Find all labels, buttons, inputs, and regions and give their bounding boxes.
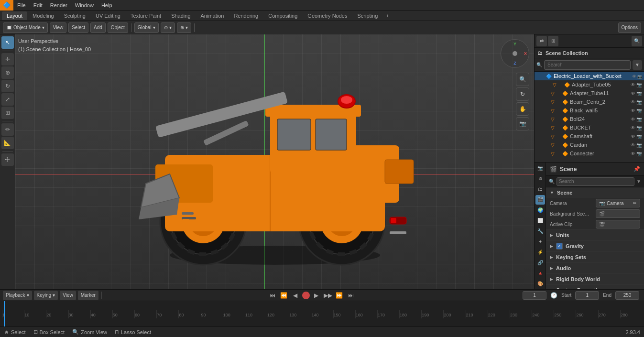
bucket-cam-icon[interactable]: 📷	[636, 125, 642, 130]
next-frame-btn[interactable]: ▶▶	[323, 291, 333, 300]
keying-section-header[interactable]: ▶ Keying Sets	[546, 252, 644, 262]
prop-icon-render[interactable]: 📷	[535, 163, 545, 173]
rbw-section-header[interactable]: ▶ Rigid Body World	[546, 274, 644, 284]
tab-shading[interactable]: Shading	[166, 11, 195, 20]
menu-window[interactable]: Window	[71, 0, 98, 10]
outliner-item-cardan[interactable]: ▽ 🔶 Cardan 👁 📷	[535, 141, 644, 149]
end-frame-input[interactable]	[615, 291, 639, 300]
gravity-checkbox[interactable]: ✓	[556, 243, 563, 250]
blackwall-eye-icon[interactable]: 👁	[631, 108, 635, 113]
next-keyframe-btn[interactable]: ⏩	[335, 291, 344, 300]
add-workspace-button[interactable]: +	[383, 11, 392, 20]
outliner-item-beam[interactable]: ▽ 🔶 Beam_Centr_2 👁 📷	[535, 98, 644, 106]
active-clip-value[interactable]: 🎬	[596, 220, 640, 228]
gravity-section-header[interactable]: ▶ ✓ Gravity	[546, 241, 644, 251]
record-btn[interactable]	[302, 292, 310, 299]
pin-button[interactable]: 📌	[633, 166, 640, 172]
prev-frame-btn[interactable]: ◀	[291, 291, 300, 300]
proportional-edit-btn[interactable]: ⊕ ▾	[177, 22, 191, 33]
camera-edit-icon[interactable]: ✏	[633, 201, 637, 206]
outliner-item-bucket[interactable]: ▽ 🔶 BUCKET 👁 📷	[535, 123, 644, 132]
adapter11-cam-icon[interactable]: 📷	[636, 91, 642, 96]
cardan-cam-icon[interactable]: 📷	[636, 142, 642, 148]
scene-section-header[interactable]: ▼ Scene	[546, 187, 644, 198]
beam-cam-icon[interactable]: 📷	[636, 99, 642, 105]
tab-texture-paint[interactable]: Texture Paint	[126, 11, 166, 20]
bucket-eye-icon[interactable]: 👁	[631, 125, 635, 130]
options-button[interactable]: Options	[618, 22, 641, 33]
custom-section-header[interactable]: ▶ Custom Properties	[546, 285, 644, 289]
menu-edit[interactable]: Edit	[30, 0, 46, 10]
add-menu[interactable]: Add	[90, 22, 106, 33]
prop-icon-particles[interactable]: ✦	[535, 237, 545, 246]
connecter-eye-icon[interactable]: 👁	[631, 151, 635, 156]
menu-file[interactable]: File	[13, 0, 30, 10]
prop-icon-object[interactable]: ⬜	[535, 216, 545, 226]
move-tool-btn[interactable]: ⊕	[1, 66, 14, 79]
camera-btn[interactable]: 📷	[516, 117, 529, 130]
current-frame-input[interactable]	[523, 291, 546, 300]
keying-menu[interactable]: Keying ▾	[34, 291, 58, 300]
status-lasso-select[interactable]: ⊓ Lasso Select	[115, 329, 151, 335]
annotate-tool-btn[interactable]: ✏	[1, 123, 14, 136]
tab-animation[interactable]: Animation	[196, 11, 229, 20]
prop-icon-modifier[interactable]: 🔧	[535, 227, 545, 236]
jump-end-btn[interactable]: ⏭	[346, 291, 356, 300]
outliner-item-camshaft[interactable]: ▽ 🔶 Camshaft 👁 📷	[535, 132, 644, 141]
adapter05-eye-icon[interactable]: 👁	[631, 82, 635, 87]
prop-icon-constraint[interactable]: 🔗	[535, 258, 545, 267]
tab-modeling[interactable]: Modeling	[28, 11, 59, 20]
play-btn[interactable]: ▶	[312, 291, 321, 300]
menu-help[interactable]: Help	[98, 0, 116, 10]
viewport-3d[interactable]: User Perspective (1) Scene Collection | …	[15, 34, 534, 289]
transform-global-dropdown[interactable]: Global ▾	[134, 22, 159, 33]
prop-icon-viewlayer[interactable]: 🗂	[535, 185, 545, 194]
object-menu[interactable]: Object	[108, 22, 128, 33]
cursor-tool-btn[interactable]: ✛	[1, 53, 14, 65]
bolt-eye-icon[interactable]: 👁	[631, 117, 635, 122]
prop-icon-physics[interactable]: ⚡	[535, 247, 545, 257]
view-menu-tl[interactable]: View	[60, 291, 76, 300]
outliner-item-adapter05[interactable]: ▽ 🔶 Adapter_Tube05 👁 📷	[535, 80, 644, 89]
object-mode-dropdown[interactable]: 🔲 Object Mode ▾	[3, 22, 48, 33]
camshaft-cam-icon[interactable]: 📷	[636, 134, 642, 139]
outliner-filter-btn[interactable]: ⊞	[548, 36, 558, 46]
snap-dropdown[interactable]: ⊙ ▾	[161, 22, 175, 33]
viewport-gizmo[interactable]: X Y Z	[501, 39, 529, 68]
adapter05-cam-icon[interactable]: 📷	[636, 82, 642, 87]
properties-search-filter[interactable]: ▼	[636, 179, 641, 184]
camera-value[interactable]: 📷 Camera ✏	[596, 199, 640, 207]
add-object-btn[interactable]: ☩	[1, 153, 14, 166]
tab-sculpting[interactable]: Sculpting	[59, 11, 90, 20]
outliner-item-adapter11[interactable]: ▽ 🔶 Adapter_Tube11 👁 📷	[535, 89, 644, 98]
loader-camera-icon[interactable]	[637, 74, 642, 79]
prop-icon-data[interactable]: 🔺	[535, 268, 545, 278]
transform-tool-btn[interactable]: ⊞	[1, 107, 14, 119]
measure-tool-btn[interactable]: 📐	[1, 137, 14, 149]
prop-icon-output[interactable]: 🖥	[535, 174, 545, 184]
status-select[interactable]: 🖱 Select	[4, 329, 26, 335]
adapter11-eye-icon[interactable]: 👁	[631, 91, 635, 96]
units-section-header[interactable]: ▶ Units	[546, 230, 644, 240]
zoom-in-btn[interactable]: 🔍	[516, 73, 529, 86]
tab-rendering[interactable]: Rendering	[229, 11, 263, 20]
outliner-item-bolt[interactable]: ▽ 🔶 Bolt24 👁 📷	[535, 115, 644, 123]
tab-scripting[interactable]: Scripting	[352, 11, 382, 20]
outliner-filter-icon[interactable]: ▼	[633, 60, 642, 70]
marker-menu[interactable]: Marker	[78, 291, 98, 300]
connecter-cam-icon[interactable]: 📷	[636, 151, 642, 156]
jump-start-btn[interactable]: ⏮	[268, 291, 277, 300]
properties-search-input[interactable]	[557, 177, 634, 186]
camshaft-eye-icon[interactable]: 👁	[631, 134, 635, 139]
start-frame-input[interactable]	[575, 291, 599, 300]
orbit-btn[interactable]: ↻	[516, 87, 529, 101]
scale-tool-btn[interactable]: ⤢	[1, 93, 14, 106]
timeline-track[interactable]: 1 10 20 30 40 50 60 70 80 90 100 110 120…	[0, 301, 644, 326]
view-menu[interactable]: View	[50, 22, 67, 33]
tab-layout[interactable]: Layout	[2, 11, 27, 20]
outliner-search-input[interactable]	[544, 60, 631, 70]
rotate-tool-btn[interactable]: ↻	[1, 80, 14, 92]
gizmo-circle[interactable]: X Y Z	[501, 39, 529, 68]
outliner-item-connecter[interactable]: ▽ 🔶 Connecter 👁 📷	[535, 149, 644, 158]
playback-menu[interactable]: Playback ▾	[3, 291, 32, 300]
